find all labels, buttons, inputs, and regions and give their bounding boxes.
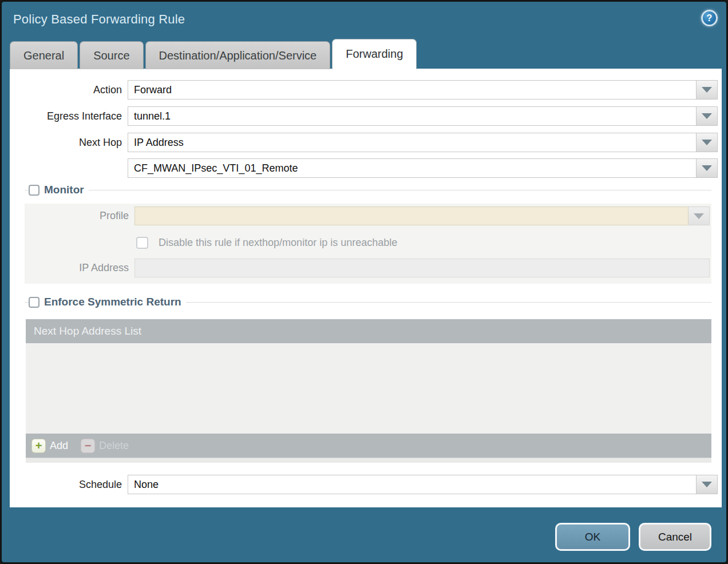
help-icon[interactable]: ? [701,10,718,26]
table-header-label: Next Hop Address List [34,325,141,337]
chevron-down-icon [702,482,712,487]
next-hop-type-value[interactable]: IP Address [128,133,697,152]
divider [186,302,711,303]
monitor-checkbox[interactable] [29,185,39,196]
schedule-dropdown[interactable]: None [128,475,718,494]
chevron-down-icon [702,140,712,145]
table-toolbar: + Add − Delete [26,434,711,458]
disable-rule-label: Disable this rule if nexthop/monitor ip … [159,237,397,249]
tab-forwarding[interactable]: Forwarding [332,39,417,69]
egress-interface-label: Egress Interface [10,110,128,122]
schedule-row: Schedule [10,475,128,494]
next-hop-address-dropdown[interactable]: CF_MWAN_IPsec_VTI_01_Remote [128,158,718,178]
divider [89,190,711,190]
next-hop-type-dropdown[interactable]: IP Address [128,133,718,152]
symmetric-return-legend: Enforce Symmetric Return [44,296,181,308]
schedule-value[interactable]: None [128,475,697,494]
symmetric-return-section-header: Enforce Symmetric Return [25,296,711,308]
add-button-label: Add [50,440,68,452]
add-button[interactable]: + Add [31,439,68,453]
tab-destination-application-service[interactable]: Destination/Application/Service [145,41,331,69]
schedule-label: Schedule [10,479,128,491]
table-body-empty[interactable] [26,343,711,434]
egress-interface-dropdown[interactable]: tunnel.1 [128,106,718,126]
minus-icon: − [81,439,95,453]
tab-source[interactable]: Source [80,41,143,69]
monitor-ip-field [134,259,710,277]
divider [25,190,29,190]
tab-content-forwarding: Action Forward Egress Interface tunnel.1… [10,69,722,507]
action-row: Action [10,80,128,100]
egress-interface-row: Egress Interface [10,106,128,126]
profile-dropdown-button [689,206,710,225]
action-label: Action [10,84,128,96]
delete-button-label: Delete [99,440,129,452]
next-hop-address-value[interactable]: CF_MWAN_IPsec_VTI_01_Remote [128,158,697,178]
egress-interface-dropdown-button[interactable] [697,106,718,126]
action-dropdown[interactable]: Forward [128,80,718,100]
profile-label: Profile [25,210,134,222]
next-hop-row: Next Hop [10,133,128,152]
divider [25,302,29,303]
disable-rule-checkbox [136,237,148,249]
profile-row: Profile [25,206,134,225]
tab-bar: General Source Destination/Application/S… [10,41,417,69]
next-hop-address-dropdown-button[interactable] [697,158,718,178]
chevron-down-icon [702,165,712,171]
table-header: Next Hop Address List [26,319,711,343]
tab-general[interactable]: General [10,41,78,69]
table-bottom-strip [26,458,711,463]
plus-icon: + [31,439,46,453]
chevron-down-icon [702,87,712,93]
egress-interface-value[interactable]: tunnel.1 [128,106,697,126]
monitor-section-header: Monitor [25,184,711,196]
profile-dropdown [134,206,710,225]
action-dropdown-button[interactable] [697,80,718,100]
cancel-button[interactable]: Cancel [639,523,711,551]
disable-rule-row: Disable this rule if nexthop/monitor ip … [136,233,397,252]
action-value[interactable]: Forward [128,80,697,100]
monitor-ip-value [134,259,710,277]
ok-button[interactable]: OK [555,523,630,551]
next-hop-address-table: Next Hop Address List + Add − Delete [26,319,711,463]
profile-value [134,206,689,225]
monitor-panel: Profile Disable this rule if nexthop/mon… [25,204,711,284]
monitor-ip-row: IP Address [25,259,134,277]
policy-based-forwarding-dialog: Policy Based Forwarding Rule ? General S… [0,0,728,564]
next-hop-label: Next Hop [10,137,128,149]
chevron-down-icon [694,213,704,219]
monitor-ip-label: IP Address [25,262,134,274]
next-hop-type-dropdown-button[interactable] [697,133,718,152]
symmetric-return-checkbox[interactable] [29,297,39,308]
delete-button: − Delete [81,439,129,453]
schedule-dropdown-button[interactable] [697,475,718,494]
dialog-title: Policy Based Forwarding Rule [13,12,185,27]
chevron-down-icon [702,113,712,119]
monitor-legend: Monitor [44,184,84,196]
